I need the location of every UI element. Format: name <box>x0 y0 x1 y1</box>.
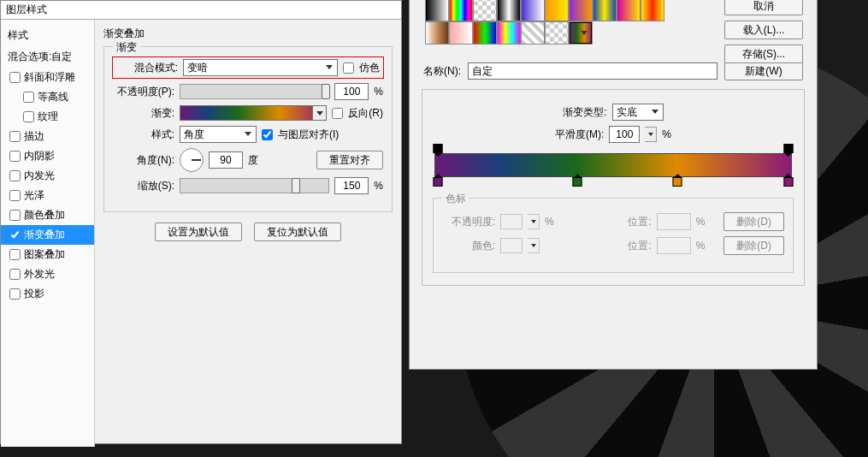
effect-checkbox[interactable] <box>9 288 21 300</box>
gradient-preset[interactable] <box>425 0 449 21</box>
effect-label: 内发光 <box>24 169 55 183</box>
sidebar-item[interactable]: 图案叠加 <box>1 245 94 264</box>
effect-checkbox[interactable] <box>9 131 21 142</box>
effect-checkbox[interactable] <box>9 190 21 201</box>
new-button[interactable]: 新建(W) <box>724 62 803 80</box>
opacity-value[interactable]: 100 <box>334 83 369 100</box>
dither-checkbox[interactable] <box>343 62 354 74</box>
gradient-preset[interactable] <box>449 21 473 45</box>
stop-opacity-label: 不透明度: <box>442 215 495 229</box>
gradient-preset[interactable] <box>545 21 569 45</box>
sidebar-item[interactable]: 光泽 <box>1 186 94 205</box>
reverse-label: 反向(R) <box>348 106 383 121</box>
layer-style-sidebar: 样式 混合选项:自定 斜面和浮雕等高线纹理描边内阴影内发光光泽颜色叠加渐变叠加图… <box>1 20 95 447</box>
sidebar-item[interactable]: 颜色叠加 <box>1 205 94 225</box>
effect-checkbox[interactable] <box>23 92 34 103</box>
sidebar-styles-header[interactable]: 样式 <box>1 25 94 46</box>
angle-value[interactable]: 90 <box>209 151 243 169</box>
effect-label: 颜色叠加 <box>24 208 65 223</box>
sidebar-item[interactable]: 投影 <box>1 284 94 304</box>
gradient-legend: 渐变 <box>113 40 140 55</box>
effect-checkbox[interactable] <box>9 72 21 83</box>
opacity-stop[interactable] <box>434 144 443 153</box>
stop-color-location-value <box>657 237 691 254</box>
gradient-overlay-panel: 渐变叠加 渐变 混合模式: 变暗 仿色 不透明度(P): 100 % 渐变: <box>95 20 401 447</box>
delete-opacity-stop-button: 删除(D) <box>723 212 784 231</box>
gradient-preset[interactable] <box>473 21 497 45</box>
opacity-stop[interactable] <box>783 144 793 153</box>
gradient-preset[interactable] <box>569 0 593 21</box>
gradient-preset[interactable] <box>641 0 664 21</box>
panel-heading: 渐变叠加 <box>103 27 393 41</box>
set-default-button[interactable]: 设置为默认值 <box>155 223 242 241</box>
effect-checkbox[interactable] <box>9 249 21 260</box>
effect-checkbox[interactable] <box>9 269 21 280</box>
stop-opacity-dropdown-icon <box>528 214 540 229</box>
angle-dial[interactable] <box>180 148 204 172</box>
reverse-checkbox[interactable] <box>332 108 343 119</box>
color-stop[interactable] <box>573 177 582 187</box>
reset-default-button[interactable]: 复位为默认值 <box>254 223 341 241</box>
gradient-preset[interactable] <box>497 0 521 21</box>
gradient-preset[interactable] <box>473 0 497 21</box>
effect-checkbox[interactable] <box>9 229 21 240</box>
cancel-button[interactable]: 取消 <box>724 0 803 15</box>
style-select[interactable]: 角度 <box>180 126 257 143</box>
align-label: 与图层对齐(I) <box>278 128 339 142</box>
smoothness-value[interactable]: 100 <box>609 126 640 143</box>
smoothness-dropdown-icon[interactable] <box>645 127 657 142</box>
gradient-bar[interactable] <box>434 153 792 177</box>
sidebar-item[interactable]: 外发光 <box>1 264 94 284</box>
gradient-type-select[interactable]: 实底 <box>612 104 664 121</box>
effect-label: 光泽 <box>24 188 44 203</box>
save-button[interactable]: 存储(S)... <box>724 45 803 63</box>
gradient-preset[interactable] <box>545 0 569 21</box>
blend-mode-select[interactable]: 变暗 <box>183 59 338 76</box>
effect-label: 渐变叠加 <box>24 228 65 242</box>
effect-checkbox[interactable] <box>9 151 21 162</box>
angle-label: 角度(N): <box>113 153 174 168</box>
effect-label: 图案叠加 <box>24 247 65 262</box>
stop-color-location-label: 位置: <box>628 239 651 253</box>
gradient-preset[interactable] <box>521 21 545 45</box>
load-button[interactable]: 载入(L)... <box>724 21 803 39</box>
align-checkbox[interactable] <box>262 129 273 140</box>
sidebar-item[interactable]: 内发光 <box>1 166 94 186</box>
gradient-label: 渐变: <box>113 106 174 121</box>
sidebar-item[interactable]: 描边 <box>1 127 94 146</box>
sidebar-blend-options[interactable]: 混合选项:自定 <box>1 46 94 68</box>
gradient-swatch[interactable] <box>180 105 327 121</box>
effect-checkbox[interactable] <box>9 210 21 221</box>
gradient-preset[interactable] <box>425 21 449 45</box>
sidebar-item[interactable]: 纹理 <box>1 107 94 127</box>
sidebar-item[interactable]: 渐变叠加 <box>1 225 94 245</box>
gradient-preset[interactable] <box>569 21 593 45</box>
name-input[interactable]: 自定 <box>468 62 717 80</box>
layer-style-title: 图层样式 <box>1 1 401 20</box>
effect-label: 斜面和浮雕 <box>24 70 75 85</box>
gradient-preset[interactable] <box>593 0 617 21</box>
gradient-preset[interactable] <box>521 0 545 21</box>
gradient-swatch-dropdown-icon[interactable] <box>312 106 326 120</box>
color-stop[interactable] <box>783 177 793 187</box>
sidebar-item[interactable]: 斜面和浮雕 <box>1 68 94 87</box>
scale-value[interactable]: 150 <box>334 177 369 194</box>
sidebar-item[interactable]: 内阴影 <box>1 146 94 166</box>
effect-checkbox[interactable] <box>23 111 34 122</box>
gradient-preset[interactable] <box>497 21 521 45</box>
gradient-editor-dialog: 取消 载入(L)... 存储(S)... 名称(N): 自定 新建(W) 渐变类… <box>409 0 818 370</box>
opacity-slider[interactable] <box>180 84 329 99</box>
gradient-preset[interactable] <box>617 0 641 21</box>
gradient-preset[interactable] <box>449 0 473 21</box>
scale-slider[interactable] <box>180 178 329 193</box>
color-stop[interactable] <box>673 177 682 187</box>
stop-color-swatch <box>500 238 523 253</box>
effect-label: 描边 <box>24 129 44 144</box>
effect-checkbox[interactable] <box>9 170 21 181</box>
reset-align-button[interactable]: 重置对齐 <box>316 151 383 169</box>
blend-mode-label: 混合模式: <box>116 61 178 75</box>
dither-label: 仿色 <box>359 61 380 75</box>
delete-color-stop-button: 删除(D) <box>723 236 784 255</box>
sidebar-item[interactable]: 等高线 <box>1 87 94 107</box>
color-stop[interactable] <box>434 177 443 187</box>
